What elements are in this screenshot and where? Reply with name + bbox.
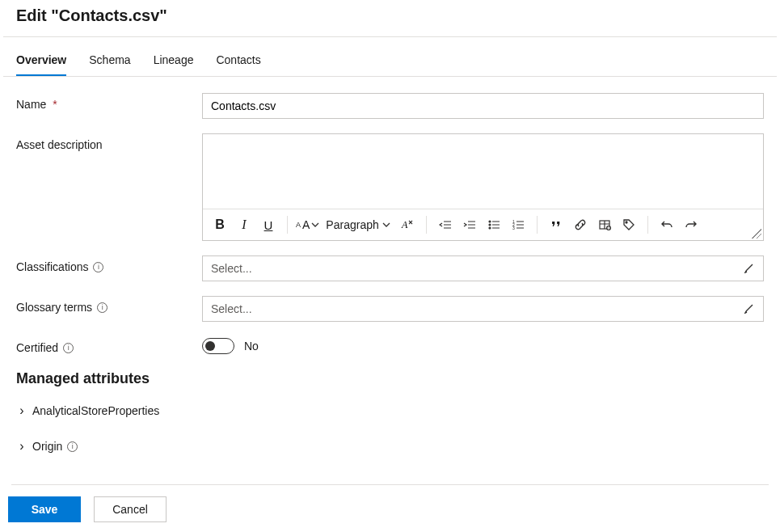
row-classifications: Classifications i Select... bbox=[16, 255, 764, 281]
certified-toggle[interactable] bbox=[202, 338, 234, 354]
cancel-button[interactable]: Cancel bbox=[94, 496, 167, 522]
footer: Save Cancel bbox=[0, 473, 780, 532]
certified-state-text: No bbox=[244, 340, 259, 353]
label-text: Classifications bbox=[16, 260, 88, 273]
row-certified: Certified i No bbox=[16, 336, 764, 354]
tab-contacts[interactable]: Contacts bbox=[216, 49, 260, 76]
bold-icon[interactable]: B bbox=[209, 214, 230, 235]
numbered-list-icon[interactable]: 123 bbox=[508, 214, 529, 235]
row-name: Name * bbox=[16, 93, 764, 119]
save-button[interactable]: Save bbox=[8, 496, 81, 522]
redo-icon[interactable] bbox=[681, 214, 702, 235]
bullet-list-icon[interactable] bbox=[483, 214, 504, 235]
svg-point-2 bbox=[489, 224, 491, 226]
link-icon[interactable] bbox=[570, 214, 591, 235]
svg-point-9 bbox=[626, 222, 627, 223]
divider bbox=[11, 484, 769, 485]
resize-handle-icon[interactable] bbox=[752, 229, 761, 239]
quote-icon[interactable]: ❜❜ bbox=[546, 214, 567, 235]
label-text: Asset description bbox=[16, 138, 103, 151]
description-textarea[interactable] bbox=[203, 134, 763, 209]
chevron-right-icon: › bbox=[16, 403, 27, 418]
svg-text:A: A bbox=[401, 219, 408, 230]
pencil-icon bbox=[744, 302, 755, 316]
clear-formatting-icon[interactable]: A bbox=[397, 214, 418, 235]
indent-icon[interactable] bbox=[459, 214, 480, 235]
attr-origin[interactable]: › Origin i bbox=[16, 434, 764, 458]
attr-label: AnalyticalStoreProperties bbox=[32, 404, 159, 417]
svg-point-3 bbox=[489, 227, 491, 229]
label-text: Name bbox=[16, 98, 46, 111]
placeholder: Select... bbox=[211, 262, 252, 275]
italic-icon[interactable]: I bbox=[234, 214, 255, 235]
chevron-right-icon: › bbox=[16, 439, 27, 454]
tag-icon[interactable] bbox=[618, 214, 639, 235]
font-size-icon[interactable]: AA bbox=[296, 214, 319, 235]
rte-toolbar: B I U AA Paragraph A bbox=[203, 209, 763, 240]
managed-attributes-heading: Managed attributes bbox=[16, 370, 764, 387]
tab-bar: Overview Schema Lineage Contacts bbox=[0, 49, 780, 76]
attr-label: Origin bbox=[32, 440, 62, 453]
label-text: Glossary terms bbox=[16, 301, 92, 314]
glossary-select[interactable]: Select... bbox=[202, 296, 764, 322]
row-description: Asset description B I U AA Paragraph bbox=[16, 133, 764, 241]
svg-text:3: 3 bbox=[512, 226, 515, 230]
separator bbox=[426, 216, 427, 234]
form: Name * Asset description B I U AA bbox=[0, 77, 780, 467]
page-title: Edit "Contacts.csv" bbox=[0, 0, 780, 36]
classifications-label: Classifications i bbox=[16, 255, 202, 273]
row-glossary: Glossary terms i Select... bbox=[16, 296, 764, 322]
tab-overview[interactable]: Overview bbox=[16, 49, 66, 76]
name-input[interactable] bbox=[202, 93, 764, 119]
tab-lineage[interactable]: Lineage bbox=[154, 49, 194, 76]
paragraph-label: Paragraph bbox=[326, 218, 378, 231]
rich-text-editor: B I U AA Paragraph A bbox=[202, 133, 764, 241]
description-label: Asset description bbox=[16, 133, 202, 151]
outdent-icon[interactable] bbox=[435, 214, 456, 235]
table-icon[interactable] bbox=[594, 214, 615, 235]
separator bbox=[647, 216, 648, 234]
undo-icon[interactable] bbox=[656, 214, 677, 235]
placeholder: Select... bbox=[211, 302, 252, 315]
info-icon[interactable]: i bbox=[97, 302, 108, 313]
paragraph-style-dropdown[interactable]: Paragraph bbox=[323, 214, 393, 235]
certified-label: Certified i bbox=[16, 336, 202, 354]
name-label: Name * bbox=[16, 93, 202, 111]
info-icon[interactable]: i bbox=[63, 343, 74, 353]
divider bbox=[3, 36, 777, 37]
info-icon[interactable]: i bbox=[93, 262, 103, 272]
classifications-select[interactable]: Select... bbox=[202, 255, 764, 281]
info-icon[interactable]: i bbox=[67, 441, 78, 452]
glossary-label: Glossary terms i bbox=[16, 296, 202, 314]
separator bbox=[287, 216, 288, 234]
tab-schema[interactable]: Schema bbox=[89, 49, 130, 76]
label-text: Certified bbox=[16, 341, 58, 354]
underline-icon[interactable]: U bbox=[258, 214, 279, 235]
required-asterisk: * bbox=[53, 98, 57, 111]
separator bbox=[537, 216, 538, 234]
attr-analyticalstoreproperties[interactable]: › AnalyticalStoreProperties bbox=[16, 399, 764, 423]
toggle-knob bbox=[205, 341, 215, 351]
pencil-icon bbox=[744, 262, 755, 276]
svg-point-1 bbox=[489, 221, 491, 222]
